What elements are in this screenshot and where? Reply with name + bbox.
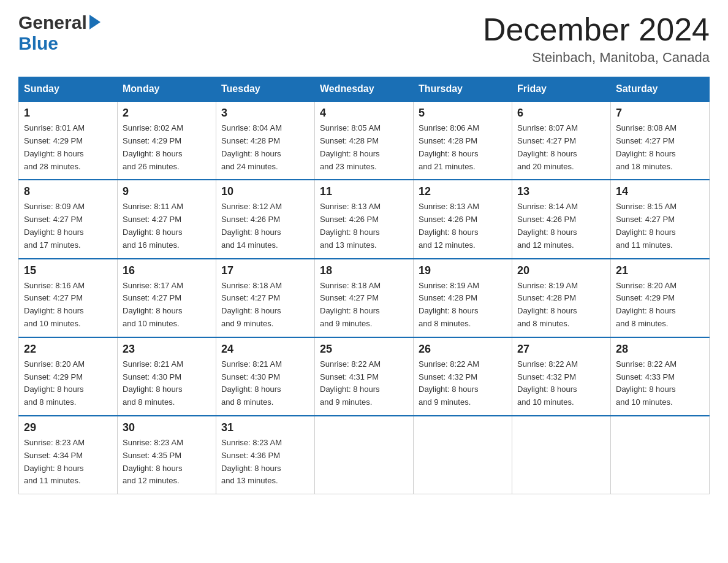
day-number: 11 [320,185,408,198]
day-number: 12 [419,185,507,198]
calendar-day-cell: 17Sunrise: 8:18 AMSunset: 4:27 PMDayligh… [216,259,315,337]
calendar-day-cell: 2Sunrise: 8:02 AMSunset: 4:29 PMDaylight… [118,101,216,180]
calendar-day-cell [315,416,414,494]
calendar-day-cell: 13Sunrise: 8:14 AMSunset: 4:26 PMDayligh… [512,180,611,258]
day-number: 19 [419,264,507,277]
day-number: 24 [221,343,309,356]
weekday-header-monday: Monday [118,77,216,102]
day-info: Sunrise: 8:20 AMSunset: 4:29 PMDaylight:… [24,358,112,409]
calendar-day-cell: 1Sunrise: 8:01 AMSunset: 4:29 PMDaylight… [19,101,118,180]
weekday-header-wednesday: Wednesday [315,77,414,102]
calendar-day-cell [512,416,611,494]
logo: General Blue [18,12,100,54]
day-info: Sunrise: 8:04 AMSunset: 4:28 PMDaylight:… [221,122,309,173]
calendar-day-cell: 9Sunrise: 8:11 AMSunset: 4:27 PMDaylight… [118,180,216,258]
page-header: General Blue December 2024 Steinbach, Ma… [18,12,710,66]
calendar-day-cell: 30Sunrise: 8:23 AMSunset: 4:35 PMDayligh… [118,416,216,494]
calendar-day-cell: 26Sunrise: 8:22 AMSunset: 4:32 PMDayligh… [414,337,512,416]
day-info: Sunrise: 8:23 AMSunset: 4:36 PMDaylight:… [221,437,309,488]
calendar-day-cell: 11Sunrise: 8:13 AMSunset: 4:26 PMDayligh… [315,180,414,258]
month-year-title: December 2024 [483,12,710,47]
day-number: 16 [123,264,211,277]
calendar-day-cell: 22Sunrise: 8:20 AMSunset: 4:29 PMDayligh… [19,337,118,416]
day-number: 31 [221,421,309,434]
calendar-day-cell [414,416,512,494]
calendar-day-cell: 19Sunrise: 8:19 AMSunset: 4:28 PMDayligh… [414,259,512,337]
day-info: Sunrise: 8:14 AMSunset: 4:26 PMDaylight:… [517,201,605,251]
calendar-day-cell: 23Sunrise: 8:21 AMSunset: 4:30 PMDayligh… [118,337,216,416]
day-number: 29 [24,421,112,434]
calendar-day-cell: 21Sunrise: 8:20 AMSunset: 4:29 PMDayligh… [611,259,710,337]
day-info: Sunrise: 8:05 AMSunset: 4:28 PMDaylight:… [320,122,408,173]
calendar-day-cell: 31Sunrise: 8:23 AMSunset: 4:36 PMDayligh… [216,416,315,494]
day-number: 3 [221,107,309,120]
calendar-day-cell: 24Sunrise: 8:21 AMSunset: 4:30 PMDayligh… [216,337,315,416]
logo-blue-text: Blue [18,33,100,54]
day-number: 27 [517,343,605,356]
weekday-header-sunday: Sunday [19,77,118,102]
day-info: Sunrise: 8:13 AMSunset: 4:26 PMDaylight:… [320,201,408,251]
calendar-day-cell: 27Sunrise: 8:22 AMSunset: 4:32 PMDayligh… [512,337,611,416]
day-number: 18 [320,264,408,277]
logo-general-text: General [18,12,87,33]
calendar-day-cell: 8Sunrise: 8:09 AMSunset: 4:27 PMDaylight… [19,180,118,258]
day-info: Sunrise: 8:07 AMSunset: 4:27 PMDaylight:… [517,122,605,173]
calendar-day-cell: 4Sunrise: 8:05 AMSunset: 4:28 PMDaylight… [315,101,414,180]
day-info: Sunrise: 8:15 AMSunset: 4:27 PMDaylight:… [616,201,704,251]
weekday-header-row: SundayMondayTuesdayWednesdayThursdayFrid… [19,77,710,102]
day-info: Sunrise: 8:09 AMSunset: 4:27 PMDaylight:… [24,201,112,251]
calendar-day-cell: 7Sunrise: 8:08 AMSunset: 4:27 PMDaylight… [611,101,710,180]
day-number: 6 [517,107,605,120]
logo-triangle-icon [89,15,100,29]
calendar-day-cell: 28Sunrise: 8:22 AMSunset: 4:33 PMDayligh… [611,337,710,416]
day-number: 7 [616,107,704,120]
day-number: 8 [24,185,112,198]
day-info: Sunrise: 8:22 AMSunset: 4:32 PMDaylight:… [419,358,507,409]
calendar-week-row: 22Sunrise: 8:20 AMSunset: 4:29 PMDayligh… [19,337,710,416]
calendar-day-cell: 18Sunrise: 8:18 AMSunset: 4:27 PMDayligh… [315,259,414,337]
day-info: Sunrise: 8:18 AMSunset: 4:27 PMDaylight:… [320,280,408,331]
location-subtitle: Steinbach, Manitoba, Canada [483,50,710,66]
day-number: 2 [123,107,211,120]
day-number: 20 [517,264,605,277]
weekday-header-tuesday: Tuesday [216,77,315,102]
day-info: Sunrise: 8:02 AMSunset: 4:29 PMDaylight:… [123,122,211,173]
day-info: Sunrise: 8:22 AMSunset: 4:31 PMDaylight:… [320,358,408,409]
day-info: Sunrise: 8:01 AMSunset: 4:29 PMDaylight:… [24,122,112,173]
day-number: 9 [123,185,211,198]
weekday-header-thursday: Thursday [414,77,512,102]
day-info: Sunrise: 8:21 AMSunset: 4:30 PMDaylight:… [123,358,211,409]
day-number: 10 [221,185,309,198]
day-number: 4 [320,107,408,120]
calendar-day-cell: 25Sunrise: 8:22 AMSunset: 4:31 PMDayligh… [315,337,414,416]
calendar-day-cell: 10Sunrise: 8:12 AMSunset: 4:26 PMDayligh… [216,180,315,258]
weekday-header-friday: Friday [512,77,611,102]
calendar-day-cell: 12Sunrise: 8:13 AMSunset: 4:26 PMDayligh… [414,180,512,258]
calendar-week-row: 15Sunrise: 8:16 AMSunset: 4:27 PMDayligh… [19,259,710,337]
calendar-day-cell: 20Sunrise: 8:19 AMSunset: 4:28 PMDayligh… [512,259,611,337]
calendar-table: SundayMondayTuesdayWednesdayThursdayFrid… [18,77,710,494]
day-info: Sunrise: 8:20 AMSunset: 4:29 PMDaylight:… [616,280,704,331]
calendar-day-cell: 5Sunrise: 8:06 AMSunset: 4:28 PMDaylight… [414,101,512,180]
day-number: 1 [24,107,112,120]
day-number: 15 [24,264,112,277]
day-number: 22 [24,343,112,356]
day-info: Sunrise: 8:06 AMSunset: 4:28 PMDaylight:… [419,122,507,173]
calendar-week-row: 8Sunrise: 8:09 AMSunset: 4:27 PMDaylight… [19,180,710,258]
day-info: Sunrise: 8:16 AMSunset: 4:27 PMDaylight:… [24,280,112,331]
calendar-day-cell: 29Sunrise: 8:23 AMSunset: 4:34 PMDayligh… [19,416,118,494]
day-number: 5 [419,107,507,120]
day-info: Sunrise: 8:13 AMSunset: 4:26 PMDaylight:… [419,201,507,251]
calendar-day-cell: 15Sunrise: 8:16 AMSunset: 4:27 PMDayligh… [19,259,118,337]
calendar-week-row: 1Sunrise: 8:01 AMSunset: 4:29 PMDaylight… [19,101,710,180]
day-info: Sunrise: 8:22 AMSunset: 4:32 PMDaylight:… [517,358,605,409]
day-number: 23 [123,343,211,356]
calendar-day-cell: 14Sunrise: 8:15 AMSunset: 4:27 PMDayligh… [611,180,710,258]
day-info: Sunrise: 8:18 AMSunset: 4:27 PMDaylight:… [221,280,309,331]
day-info: Sunrise: 8:23 AMSunset: 4:35 PMDaylight:… [123,437,211,488]
calendar-week-row: 29Sunrise: 8:23 AMSunset: 4:34 PMDayligh… [19,416,710,494]
day-number: 21 [616,264,704,277]
day-number: 26 [419,343,507,356]
weekday-header-saturday: Saturday [611,77,710,102]
day-info: Sunrise: 8:19 AMSunset: 4:28 PMDaylight:… [517,280,605,331]
